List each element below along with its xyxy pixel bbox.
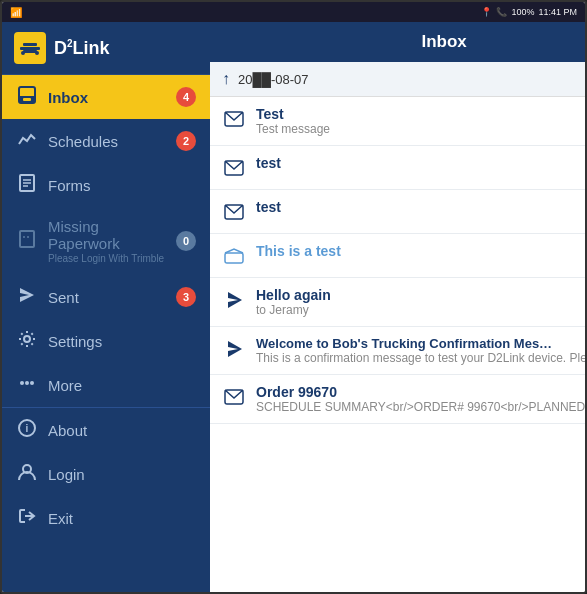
- svg-text:i: i: [26, 423, 29, 434]
- svg-point-18: [30, 381, 34, 385]
- schedules-label: Schedules: [48, 133, 166, 150]
- exit-icon: [16, 507, 38, 529]
- app-title: D2Link: [54, 38, 110, 59]
- battery-level: 100%: [511, 7, 534, 17]
- date-group-label: 20██-08-07: [238, 72, 308, 87]
- svg-marker-27: [228, 292, 242, 308]
- forms-label: Forms: [48, 177, 196, 194]
- message-icon-5: [222, 288, 246, 312]
- message-subject-1: Test: [256, 106, 284, 122]
- more-label: More: [48, 377, 196, 394]
- message-item[interactable]: Order 99670 16:40 SCHEDULE SUMMARY<br/>O…: [210, 375, 585, 424]
- about-label: About: [48, 422, 196, 439]
- inbox-icon: [16, 86, 38, 108]
- message-icon-1: [222, 107, 246, 131]
- message-subject-6: Welcome to Bob's Trucking Confirmation M…: [256, 336, 556, 351]
- sent-icon: [16, 286, 38, 308]
- sidebar-item-missing-paperwork[interactable]: Missing Paperwork Please Login With Trim…: [2, 207, 210, 275]
- message-content-4: This is a test 12:10: [256, 243, 585, 259]
- message-item[interactable]: test 12:09: [210, 146, 585, 190]
- svg-rect-0: [20, 47, 40, 50]
- svg-point-16: [20, 381, 24, 385]
- message-icon-6: [222, 337, 246, 361]
- message-item[interactable]: Test 12:09 Test message: [210, 97, 585, 146]
- missing-paperwork-subtext: Please Login With Trimble: [48, 253, 166, 264]
- forms-icon: [16, 174, 38, 196]
- message-item[interactable]: Hello again 12:48 to Jeramy: [210, 278, 585, 327]
- message-icon-3: [222, 200, 246, 224]
- svg-rect-12: [20, 231, 34, 247]
- sidebar-header: D2Link: [2, 22, 210, 75]
- inbox-header: Inbox ✏️: [210, 22, 585, 62]
- inbox-label: Inbox: [48, 89, 166, 106]
- message-top-row-3: test 12:09: [256, 199, 585, 215]
- message-preview-1: Test message: [256, 122, 585, 136]
- about-icon: i: [16, 419, 38, 441]
- svg-point-4: [35, 51, 39, 55]
- message-subject-4: This is a test: [256, 243, 341, 259]
- message-subject-2: test: [256, 155, 281, 171]
- schedules-icon: [16, 130, 38, 152]
- svg-point-15: [24, 336, 30, 342]
- device-frame: 📶 📍 📞 100% 11:41 PM D2Link: [0, 0, 587, 594]
- message-item[interactable]: Welcome to Bob's Trucking Confirmation M…: [210, 327, 585, 375]
- message-top-row-2: test 12:09: [256, 155, 585, 171]
- sidebar-item-schedules[interactable]: Schedules 2: [2, 119, 210, 163]
- message-icon-2: [222, 156, 246, 180]
- svg-point-17: [25, 381, 29, 385]
- sidebar-nav: Inbox 4 Schedules 2: [2, 75, 210, 592]
- settings-label: Settings: [48, 333, 196, 350]
- message-top-row-5: Hello again 12:48: [256, 287, 585, 303]
- message-top-row-4: This is a test 12:10: [256, 243, 585, 259]
- missing-paperwork-badge: 0: [176, 231, 196, 251]
- sidebar-item-sent[interactable]: Sent 3: [2, 275, 210, 319]
- settings-icon: [16, 330, 38, 352]
- message-content-2: test 12:09: [256, 155, 585, 171]
- message-preview-6: This is a confirmation message to test y…: [256, 351, 585, 365]
- sidebar-item-about[interactable]: i About: [2, 408, 210, 452]
- message-item[interactable]: test 12:09: [210, 190, 585, 234]
- status-time: 11:41 PM: [538, 7, 577, 17]
- login-icon: [16, 463, 38, 485]
- exit-label: Exit: [48, 510, 196, 527]
- sent-badge: 3: [176, 287, 196, 307]
- svg-marker-14: [20, 288, 34, 302]
- more-icon: [16, 374, 38, 396]
- right-panel: Inbox ✏️ ↑ 20██-08-07: [210, 22, 585, 592]
- status-bar: 📶 📍 📞 100% 11:41 PM: [2, 2, 585, 22]
- wifi-icon: 📶: [10, 7, 22, 18]
- sent-label: Sent: [48, 289, 166, 306]
- svg-rect-2: [23, 50, 37, 53]
- main-content: D2Link Inbox 4: [2, 22, 585, 592]
- location-icon: 📍: [481, 7, 492, 17]
- message-subject-3: test: [256, 199, 281, 215]
- svg-rect-7: [23, 98, 31, 101]
- message-content-1: Test 12:09 Test message: [256, 106, 585, 136]
- message-content-5: Hello again 12:48 to Jeramy: [256, 287, 585, 317]
- message-content-3: test 12:09: [256, 199, 585, 215]
- sidebar-item-login[interactable]: Login: [2, 452, 210, 496]
- inbox-title: Inbox: [421, 32, 466, 52]
- logo-svg: [19, 39, 41, 57]
- message-content-6: Welcome to Bob's Trucking Confirmation M…: [256, 336, 585, 365]
- svg-rect-1: [23, 43, 37, 46]
- sidebar-item-more[interactable]: More: [2, 363, 210, 407]
- message-item[interactable]: This is a test 12:10: [210, 234, 585, 278]
- sidebar-item-exit[interactable]: Exit: [2, 496, 210, 540]
- sidebar: D2Link Inbox 4: [2, 22, 210, 592]
- message-content-7: Order 99670 16:40 SCHEDULE SUMMARY<br/>O…: [256, 384, 585, 414]
- login-label: Login: [48, 466, 196, 483]
- svg-marker-28: [228, 341, 242, 357]
- sidebar-item-settings[interactable]: Settings: [2, 319, 210, 363]
- status-bar-left: 📶: [10, 7, 22, 18]
- message-icon-7: [222, 385, 246, 409]
- message-list: Test 12:09 Test message: [210, 97, 585, 592]
- message-top-row-6: Welcome to Bob's Trucking Confirmation M…: [256, 336, 585, 351]
- sidebar-item-inbox[interactable]: Inbox 4: [2, 75, 210, 119]
- date-row: ↑ 20██-08-07: [210, 62, 585, 97]
- phone-icon: 📞: [496, 7, 507, 17]
- svg-rect-26: [225, 253, 243, 263]
- schedules-badge: 2: [176, 131, 196, 151]
- sidebar-item-forms[interactable]: Forms: [2, 163, 210, 207]
- date-arrow-icon: ↑: [222, 70, 230, 88]
